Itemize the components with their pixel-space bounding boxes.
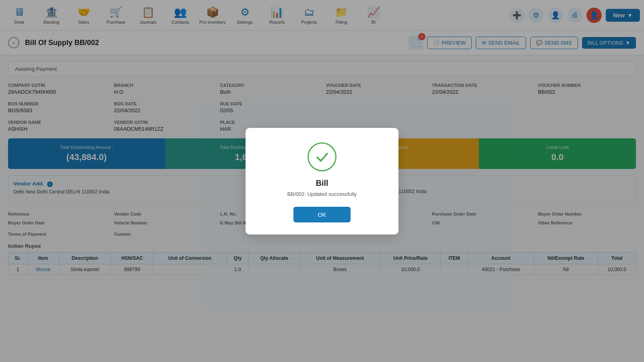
success-modal: Bill BB/002: Updated successfully OK	[246, 128, 398, 234]
modal-title: Bill	[262, 179, 382, 188]
modal-subtitle: BB/002: Updated successfully	[262, 191, 382, 197]
modal-overlay: Bill BB/002: Updated successfully OK	[0, 0, 644, 362]
modal-ok-button[interactable]: OK	[293, 207, 351, 222]
success-icon-circle	[308, 142, 336, 171]
